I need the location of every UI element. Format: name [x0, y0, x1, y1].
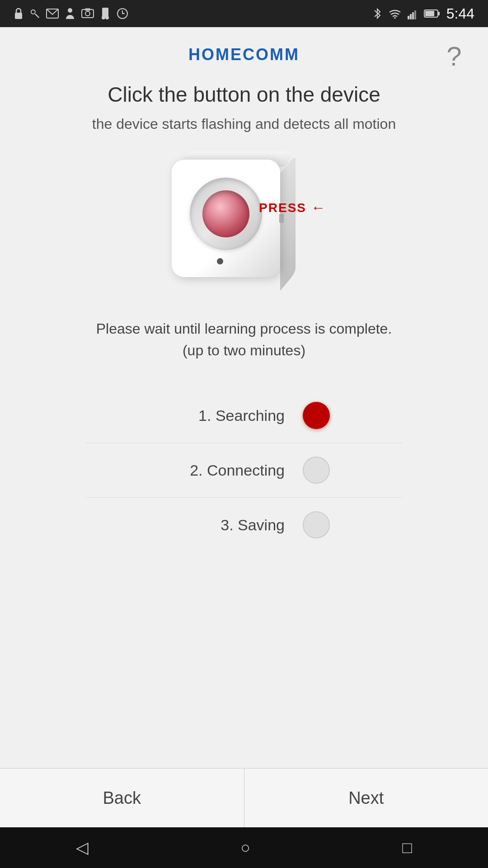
status-time: 5:44 [446, 5, 474, 22]
status-bar-right: 5:44 [372, 5, 474, 22]
step-2-label: 2. Connecting [158, 462, 285, 479]
press-label: PRESS ← [259, 199, 325, 216]
bottom-nav: Back Next [0, 768, 488, 827]
svg-rect-16 [414, 10, 416, 19]
home-nav-icon[interactable]: ○ [240, 838, 250, 857]
press-text: PRESS [259, 201, 306, 215]
camera-lens [202, 190, 249, 237]
device-front-face [172, 160, 280, 277]
page-subtitle: the device starts flashing and detects a… [92, 116, 396, 132]
app-header: HOMECOMM ? [0, 27, 488, 73]
battery-icon [424, 9, 440, 18]
step-row-saving: 3. Saving [86, 498, 402, 552]
svg-rect-15 [412, 12, 414, 19]
svg-point-1 [31, 10, 35, 14]
device-illustration: PRESS ← [163, 151, 325, 295]
android-nav-bar: ◁ ○ □ [0, 827, 488, 868]
lock-icon [14, 7, 23, 20]
svg-point-10 [105, 16, 109, 19]
wifi-icon [389, 9, 401, 19]
recents-nav-icon[interactable]: □ [402, 838, 412, 857]
svg-rect-0 [15, 13, 22, 19]
question-mark-icon: ? [446, 43, 461, 70]
step-2-indicator [303, 457, 330, 484]
step-row-connecting: 2. Connecting [86, 443, 402, 498]
main-content: Click the button on the device the devic… [0, 73, 488, 768]
instructions-text: Please wait until learning process is co… [96, 318, 392, 361]
svg-point-4 [68, 8, 72, 13]
svg-point-6 [85, 11, 90, 16]
status-bar: 5:44 [0, 0, 488, 27]
step-1-indicator [303, 402, 330, 429]
svg-rect-19 [438, 12, 440, 15]
press-arrow-icon: ← [311, 199, 325, 216]
device-box [172, 160, 298, 286]
svg-point-9 [102, 16, 105, 19]
camera-ring [190, 178, 262, 250]
clock-icon [117, 8, 128, 19]
step-row-searching: 1. Searching [86, 388, 402, 443]
page-headline: Click the button on the device [108, 82, 380, 107]
key-icon [30, 7, 40, 20]
photo-icon [81, 8, 94, 19]
svg-rect-13 [408, 16, 409, 19]
svg-rect-8 [102, 8, 108, 17]
svg-point-12 [394, 17, 396, 19]
email-icon [46, 9, 59, 19]
status-bar-left [14, 7, 128, 20]
app-title: HOMECOMM [188, 45, 300, 64]
music-icon [100, 7, 110, 20]
signal-icon [408, 8, 418, 19]
next-button[interactable]: Next [244, 769, 488, 827]
step-1-label: 1. Searching [158, 407, 285, 425]
svg-rect-18 [425, 11, 434, 16]
step-3-indicator [303, 511, 330, 538]
device-led [217, 258, 223, 264]
svg-rect-14 [410, 14, 412, 19]
person-icon [65, 7, 75, 20]
back-nav-icon[interactable]: ◁ [76, 838, 89, 857]
steps-container: 1. Searching 2. Connecting 3. Saving [86, 388, 402, 552]
bluetooth-icon [372, 7, 382, 20]
back-button[interactable]: Back [0, 769, 244, 827]
step-3-label: 3. Saving [158, 516, 285, 534]
help-button[interactable]: ? [438, 41, 470, 72]
svg-line-2 [35, 14, 39, 18]
